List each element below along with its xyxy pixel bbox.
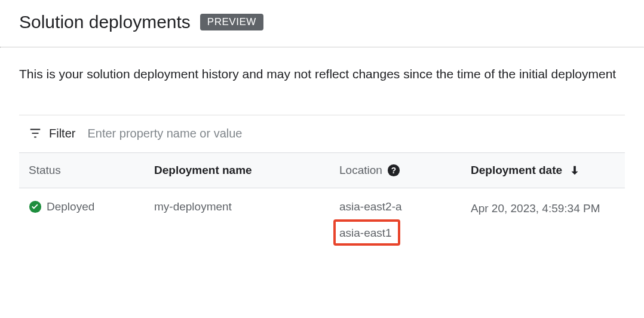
status-cell: Deployed <box>19 200 145 213</box>
description-text: This is your solution deployment history… <box>0 48 644 96</box>
svg-text:?: ? <box>391 166 396 175</box>
header-deployment-date[interactable]: Deployment date <box>461 164 625 177</box>
location-primary: asia-east2-a <box>339 200 402 213</box>
status-text: Deployed <box>47 200 94 213</box>
filter-input[interactable] <box>87 127 615 140</box>
header-status[interactable]: Status <box>19 164 145 177</box>
filter-bar: Filter <box>19 115 625 152</box>
deployment-name-cell[interactable]: my-deployment <box>145 200 330 213</box>
location-highlighted: asia-east1 <box>333 219 400 246</box>
location-cell: asia-east2-a asia-east1 <box>330 200 461 246</box>
header-location[interactable]: Location ? <box>330 164 461 177</box>
deployment-date-cell: Apr 20, 2023, 4:59:34 PM <box>461 200 625 218</box>
header-date-label: Deployment date <box>471 164 562 177</box>
page-title: Solution deployments <box>19 12 191 32</box>
preview-badge: PREVIEW <box>200 14 263 30</box>
table-row: Deployed my-deployment asia-east2-a asia… <box>19 188 625 262</box>
header-location-label: Location <box>339 164 382 177</box>
help-icon[interactable]: ? <box>387 164 400 177</box>
check-circle-icon <box>29 200 42 213</box>
sort-descending-icon <box>568 164 581 177</box>
filter-icon <box>29 126 42 142</box>
deployments-table: Status Deployment name Location ? Deploy… <box>19 152 625 262</box>
filter-label: Filter <box>49 127 75 140</box>
table-header: Status Deployment name Location ? Deploy… <box>19 153 625 188</box>
header-deployment-name[interactable]: Deployment name <box>145 164 330 177</box>
